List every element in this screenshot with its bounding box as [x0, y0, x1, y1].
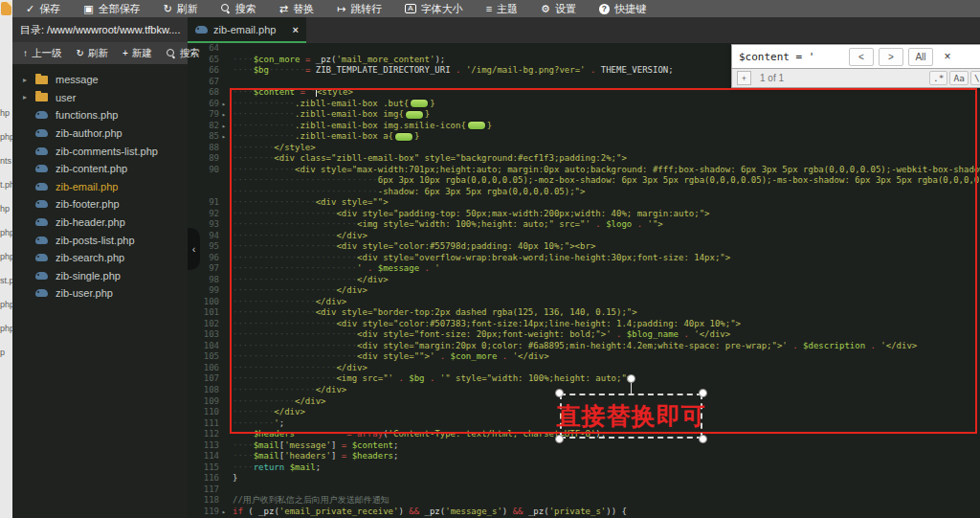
line-number: 108 — [188, 385, 226, 396]
code-line-text[interactable]: ························<div style="">' … — [226, 351, 980, 363]
toolbar-button-theme[interactable]: 主题 — [486, 2, 518, 16]
expander-caret-icon[interactable]: ▸ — [23, 93, 33, 101]
code-line-text[interactable]: ····························-shadow: 6px… — [226, 187, 980, 198]
find-previous-button[interactable]: < — [849, 48, 874, 66]
background-filename-fragment: php — [0, 132, 12, 142]
tree-item-user[interactable]: ▸user — [12, 89, 188, 107]
code-line-text[interactable]: ········</style> — [226, 143, 980, 154]
code-editor[interactable]: 6465····$con_more = _pz('mail_more_conte… — [188, 43, 980, 518]
toolbar-button-shortcuts[interactable]: 快捷键 — [599, 2, 646, 16]
tree-item-zib-comments-list.php[interactable]: zib-comments-list.php — [12, 142, 188, 160]
toggle-replace-button[interactable]: + — [737, 71, 751, 85]
php-file-icon — [35, 254, 48, 261]
code-line-text[interactable]: ····················<div style="padding-… — [226, 209, 980, 220]
line-number: 110 — [188, 407, 226, 418]
php-file-icon — [35, 165, 48, 172]
code-line-text[interactable]: ························' . $message . ' — [226, 263, 980, 275]
search-option-0[interactable]: .* — [929, 71, 947, 85]
line-number: 107 — [188, 373, 226, 385]
folded-code-icon[interactable] — [411, 100, 428, 107]
find-all-button[interactable]: All — [908, 48, 933, 66]
folded-code-icon[interactable] — [406, 111, 423, 119]
tree-item-zib-posts-list.php[interactable]: zib-posts-list.php — [12, 231, 188, 249]
code-line-text[interactable]: ························<div style="over… — [226, 253, 980, 264]
code-line-text[interactable]: ····$mail['headers'] = $headers; — [226, 451, 980, 462]
code-line: 113····$mail['message'] = $content; — [188, 440, 980, 452]
code-line-text[interactable]: ········<div class="zibll-email-box" sty… — [226, 153, 980, 165]
code-line-text[interactable]: ····$content = '<style> — [226, 87, 980, 99]
tree-item-zib-author.php[interactable]: zib-author.php — [12, 124, 188, 143]
tree-item-zib-footer.php[interactable]: zib-footer.php — [12, 195, 188, 214]
code-line-text[interactable]: ············.zibll-email-box img{} — [226, 109, 980, 121]
toolbar-button-refresh[interactable]: 刷新 — [164, 2, 198, 16]
code-line: 100················</div> — [188, 297, 980, 308]
resize-handle-top-right[interactable] — [699, 389, 707, 397]
sidebar-action-search[interactable]: 搜索 — [167, 47, 200, 60]
close-tab-icon[interactable]: × — [293, 24, 299, 35]
fold-caret-icon[interactable]: ▸ — [222, 507, 226, 518]
code-line-text[interactable]: ············.zibll-email-box img.smilie-… — [226, 121, 980, 132]
resize-handle-top-left[interactable] — [555, 389, 564, 397]
code-line-text[interactable]: ····return $mail; — [226, 462, 980, 474]
code-line-text[interactable]: ············.zibll-email-box .but{} — [226, 99, 980, 110]
tree-item-zib-user.php[interactable]: zib-user.php — [12, 284, 188, 303]
rotate-handle[interactable] — [627, 374, 635, 383]
toolbar-button-search[interactable]: 搜索 — [221, 2, 256, 16]
code-line-text[interactable]: ····················<div style="color:#5… — [226, 319, 980, 330]
code-line-text[interactable] — [226, 484, 980, 496]
folded-code-icon[interactable] — [468, 122, 485, 129]
code-line-text[interactable]: ····················</div> — [226, 285, 980, 297]
code-line-text[interactable]: ····················<img src="' . $bg . … — [226, 373, 980, 385]
toolbar-button-save[interactable]: 保存 — [26, 2, 60, 16]
code-line-text[interactable]: //用户收到私信之后向用户发送邮件通知 — [226, 495, 980, 507]
sidebar-collapse-handle[interactable]: ‹ — [188, 228, 200, 270]
folded-code-icon[interactable] — [395, 133, 412, 141]
code-line-text[interactable]: } — [226, 473, 980, 484]
code-line-text[interactable]: ····················</div> — [226, 231, 980, 242]
sidebar-action-refresh[interactable]: 刷新 — [77, 47, 108, 60]
close-search-icon[interactable]: × — [938, 49, 957, 65]
code-line-text[interactable]: ····························6px 3px 10px… — [226, 175, 980, 187]
tree-item-message[interactable]: ▸message — [12, 71, 188, 89]
resize-handle-bottom-left[interactable] — [555, 435, 564, 443]
toolbar-button-font-size[interactable]: 字体大小 — [405, 2, 462, 16]
toolbar-button-settings[interactable]: 设置 — [541, 2, 576, 16]
sidebar-action-new[interactable]: 新建 — [122, 47, 152, 60]
annotation-selection[interactable]: 直接替换即可 — [560, 394, 702, 439]
expander-caret-icon[interactable]: ▸ — [23, 76, 33, 84]
code-line: 117 — [188, 484, 980, 496]
code-line-text[interactable]: ············.zibll-email-box a{} — [226, 131, 980, 143]
resize-handle-bottom-right[interactable] — [699, 435, 707, 443]
code-line-text[interactable]: ························<div style="font… — [226, 329, 980, 341]
code-line-text[interactable]: ············<div style="max-width:701px;… — [226, 165, 980, 176]
code-line-text[interactable]: ························<div style="marg… — [226, 341, 980, 352]
sidebar-action-up-level[interactable]: 上一级 — [23, 47, 62, 60]
code-line-text[interactable]: ················<div style=""> — [226, 197, 980, 209]
tree-item-zib-header.php[interactable]: zib-header.php — [12, 214, 188, 232]
find-next-button[interactable]: > — [879, 48, 903, 66]
search-option-2[interactable]: \b — [970, 71, 980, 85]
toolbar-button-replace[interactable]: 替换 — [279, 2, 314, 16]
toolbar-button-goto-line[interactable]: 跳转行 — [337, 2, 382, 16]
tree-item-zib-email.php[interactable]: zib-email.php — [12, 178, 188, 196]
code-line-text[interactable]: ················</div> — [226, 297, 980, 308]
background-filename-fragment: st.p — [0, 276, 12, 285]
search-option-1[interactable]: Aa — [949, 71, 968, 85]
code-line-text[interactable]: ························<img style="widt… — [226, 219, 980, 231]
toolbar-button-save-all[interactable]: 全部保存 — [83, 2, 140, 16]
code-line-text[interactable]: ····················</div> — [226, 363, 980, 374]
tree-item-zib-content.php[interactable]: zib-content.php — [12, 160, 188, 178]
tree-item-zib-search.php[interactable]: zib-search.php — [12, 249, 188, 267]
tab-zib-email-php[interactable]: zib-email.php × — [188, 17, 306, 43]
code-line-text[interactable]: ····$mail['message'] = $content; — [226, 440, 980, 452]
tree-item-zib-single.php[interactable]: zib-single.php — [12, 267, 188, 285]
tree-item-functions.php[interactable]: functions.php — [12, 106, 188, 124]
code-line-text[interactable]: ····················<div style="color:#5… — [226, 241, 980, 253]
search-option-toggles: .*Aa\bS — [929, 71, 980, 85]
tree-item-label: zib-email.php — [56, 181, 118, 192]
code-line-text[interactable]: if ( _pz('email_private_receive') && _pz… — [226, 507, 980, 518]
search-input[interactable] — [732, 51, 846, 63]
code-line-text[interactable]: ························</div> — [226, 275, 980, 286]
code-line-text[interactable]: ················<div style="border-top:2… — [226, 307, 980, 319]
toolbar-button-label: 保存 — [39, 2, 60, 16]
